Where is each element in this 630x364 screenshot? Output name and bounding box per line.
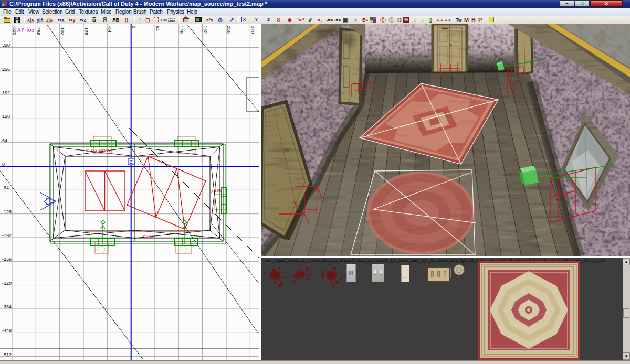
svg-text:6: 133 ad:99.7: 6: 133 ad:99.7: [86, 148, 113, 153]
svg-text:192: 192: [2, 90, 10, 95]
svg-text:128: 128: [2, 114, 10, 119]
svg-text:128: 128: [178, 26, 184, 34]
svg-text:-384: -384: [2, 304, 12, 309]
svg-text:-320: -320: [12, 26, 17, 35]
svg-text:256: 256: [2, 67, 10, 72]
svg-text:-448: -448: [2, 328, 12, 333]
svg-text:256: 256: [226, 26, 232, 34]
svg-text:y:198: y:198: [211, 188, 222, 193]
svg-text:-256: -256: [36, 26, 41, 35]
svg-text:x:323: x:323: [143, 234, 153, 239]
svg-text:-512: -512: [2, 352, 12, 357]
svg-text:-192: -192: [60, 26, 65, 35]
svg-text:-64: -64: [2, 185, 9, 190]
svg-text:192: 192: [203, 26, 208, 34]
svg-text:-320: -320: [2, 281, 12, 286]
svg-text:-128: -128: [83, 26, 89, 35]
svg-text:64: 64: [2, 138, 7, 143]
svg-text:64: 64: [155, 26, 160, 31]
svg-text:-192: -192: [2, 233, 12, 238]
svg-text:320: 320: [2, 42, 10, 48]
svg-text:Z: Z: [130, 159, 133, 165]
svg-text:-64: -64: [107, 26, 112, 33]
svg-text:-256: -256: [2, 256, 12, 262]
svg-text:XY Top: XY Top: [17, 27, 34, 33]
svg-text:-128: -128: [2, 209, 12, 215]
svg-text:0: 0: [131, 26, 136, 28]
svg-text:320: 320: [250, 26, 255, 34]
